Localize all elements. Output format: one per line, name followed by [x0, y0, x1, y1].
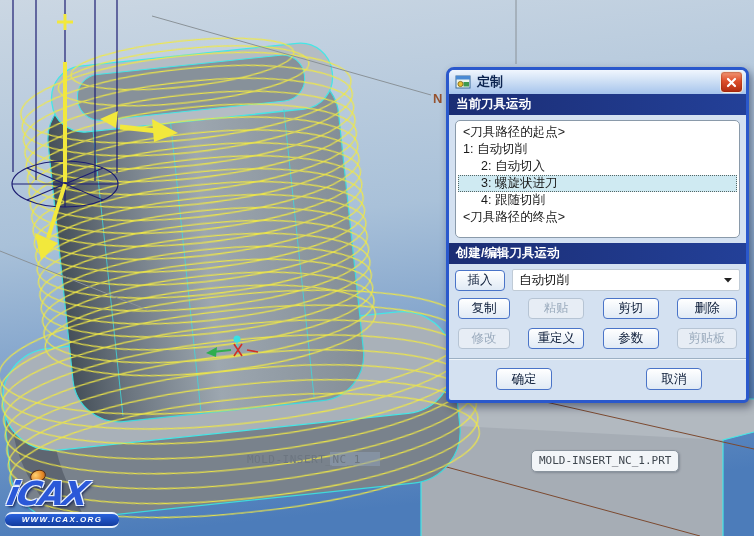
list-item-auto-cut[interactable]: 1: 自动切削 [458, 141, 737, 158]
chevron-down-icon [724, 277, 733, 283]
pro-engineer-nc-window: N MOLD-INSERT_NC_1 MOLD-INSERT_NC_1.PRT … [0, 0, 754, 536]
customize-dialog: 定制 当前刀具运动 <刀具路径的起点> 1: 自动切削 2: 自动切入 3: 螺… [446, 67, 749, 403]
close-icon [726, 77, 737, 88]
dialog-title: 定制 [477, 73, 503, 91]
motion-type-dropdown[interactable]: 自动切削 [512, 269, 740, 291]
model-engraved-label-group: MOLD-INSERT_NC_1 [247, 452, 380, 466]
customize-dialog-icon [455, 74, 472, 90]
dialog-divider [449, 358, 746, 360]
copy-button[interactable]: 复制 [458, 298, 510, 319]
datum-label: N [433, 91, 442, 106]
list-item-toolpath-end[interactable]: <刀具路径的终点> [458, 209, 737, 226]
icax-logo-url: WWW.ICAX.ORG [5, 512, 119, 528]
section-current-tool-motion: 当前刀具运动 [449, 94, 746, 115]
list-item-follow-cut[interactable]: 4: 跟随切削 [458, 192, 737, 209]
ok-button[interactable]: 确定 [496, 368, 552, 390]
redefine-button[interactable]: 重定义 [528, 328, 584, 349]
list-item-toolpath-start[interactable]: <刀具路径的起点> [458, 124, 737, 141]
cut-button[interactable]: 剪切 [603, 298, 659, 319]
section-create-edit-tool-motion: 创建/编辑刀具运动 [449, 243, 746, 264]
list-item-auto-plunge[interactable]: 2: 自动切入 [458, 158, 737, 175]
icax-logo-text: iCAX [3, 477, 128, 511]
clipboard-button: 剪贴板 [677, 328, 737, 349]
close-button[interactable] [720, 71, 743, 93]
tool-motion-list[interactable]: <刀具路径的起点> 1: 自动切削 2: 自动切入 3: 螺旋状进刀 4: 跟随… [455, 120, 740, 238]
modify-button: 修改 [458, 328, 510, 349]
parameters-button[interactable]: 参数 [603, 328, 659, 349]
part-name-note: MOLD-INSERT_NC_1.PRT [531, 450, 679, 472]
model-engraved-label: MOLD-INSERT_NC_1 [247, 453, 361, 466]
list-item-helical-entry[interactable]: 3: 螺旋状进刀 [458, 175, 737, 192]
cancel-button[interactable]: 取消 [646, 368, 702, 390]
icax-logo: iCAX WWW.ICAX.ORG [5, 477, 125, 528]
delete-button[interactable]: 删除 [677, 298, 737, 319]
motion-type-value: 自动切削 [519, 272, 569, 289]
dialog-titlebar[interactable]: 定制 [449, 70, 746, 94]
paste-button: 粘贴 [528, 298, 584, 319]
insert-button[interactable]: 插入 [455, 270, 505, 291]
